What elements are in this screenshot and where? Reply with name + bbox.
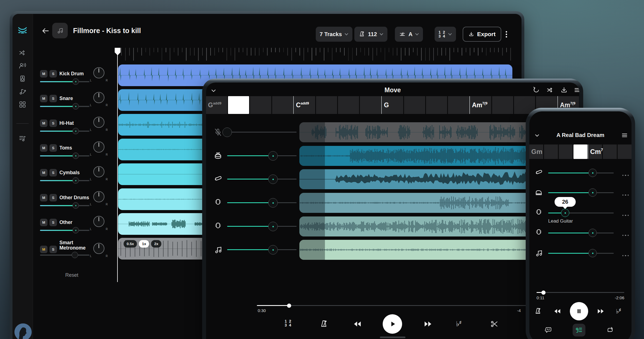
track-options-button[interactable] xyxy=(622,192,630,197)
progress-knob[interactable] xyxy=(542,290,546,295)
mute-button[interactable]: M xyxy=(40,219,47,226)
volume-knob[interactable] xyxy=(268,151,278,161)
volume-knob[interactable] xyxy=(72,153,79,159)
chord-cell[interactable] xyxy=(559,144,573,159)
volume-knob[interactable] xyxy=(268,222,278,231)
volume-slider[interactable] xyxy=(40,81,89,82)
volume-slider[interactable] xyxy=(227,249,297,250)
chord-cell[interactable] xyxy=(492,96,513,114)
volume-slider[interactable] xyxy=(40,106,89,107)
mute-button[interactable]: M xyxy=(40,95,47,102)
volume-slider[interactable] xyxy=(548,173,614,173)
volume-slider[interactable] xyxy=(548,253,614,254)
chord-cell[interactable]: Gadd9 xyxy=(206,96,227,114)
menu-button[interactable] xyxy=(573,86,579,94)
volume-knob[interactable] xyxy=(72,227,79,233)
volume-slider[interactable] xyxy=(548,233,614,233)
chord-cell[interactable]: Gm xyxy=(529,144,543,159)
pan-knob[interactable] xyxy=(93,117,104,128)
volume-knob[interactable] xyxy=(222,128,232,137)
chord-cell[interactable] xyxy=(448,96,469,114)
solo-button[interactable]: S xyxy=(49,169,57,176)
chord-cell[interactable] xyxy=(228,96,249,114)
volume-knob[interactable] xyxy=(268,198,278,208)
volume-slider[interactable] xyxy=(548,213,614,213)
chord-cell[interactable] xyxy=(338,96,359,114)
timesig-button[interactable]: 1 23 4 xyxy=(285,319,292,327)
solo-button[interactable]: S xyxy=(49,246,57,253)
mute-button[interactable]: M xyxy=(40,144,47,152)
track-options-button[interactable] xyxy=(622,252,630,257)
volume-knob[interactable] xyxy=(588,188,597,197)
pan-knob[interactable] xyxy=(93,67,104,78)
chord-cell[interactable] xyxy=(316,96,337,114)
volume-knob[interactable] xyxy=(72,202,79,209)
mute-button[interactable]: M xyxy=(40,194,47,201)
volume-slider[interactable] xyxy=(227,155,297,156)
volume-knob[interactable] xyxy=(588,169,597,177)
mute-button[interactable]: M xyxy=(40,119,47,127)
forward-button[interactable] xyxy=(597,307,605,315)
volume-slider[interactable] xyxy=(40,205,89,206)
chord-cell[interactable] xyxy=(404,96,425,114)
progress-knob[interactable] xyxy=(287,303,291,308)
chord-cell[interactable]: Cadd9 xyxy=(294,96,315,114)
track-options-button[interactable] xyxy=(622,232,630,237)
solo-button[interactable]: S xyxy=(49,219,57,226)
play-button[interactable] xyxy=(383,314,402,334)
chord-cell[interactable] xyxy=(360,96,381,114)
volume-slider[interactable] xyxy=(227,226,297,227)
mute-button[interactable]: M xyxy=(40,70,47,78)
volume-knob[interactable] xyxy=(268,175,278,184)
track-options-button[interactable] xyxy=(622,172,630,177)
volume-knob[interactable] xyxy=(561,209,569,217)
volume-knob[interactable] xyxy=(72,78,79,85)
split-button[interactable] xyxy=(546,86,554,94)
metronome-button[interactable] xyxy=(534,307,542,315)
rewind-button[interactable] xyxy=(553,307,562,315)
menu-button[interactable] xyxy=(621,132,628,139)
pan-knob[interactable] xyxy=(93,166,104,177)
metronome-button[interactable] xyxy=(319,319,329,329)
timeline-ruler[interactable] xyxy=(12,14,522,64)
chords-tab-button[interactable] xyxy=(573,324,585,336)
rewind-button[interactable] xyxy=(353,320,362,328)
pan-knob[interactable] xyxy=(93,191,104,202)
solo-button[interactable]: S xyxy=(49,194,57,201)
chord-cell[interactable] xyxy=(426,96,447,114)
volume-knob[interactable] xyxy=(588,249,597,257)
volume-knob[interactable] xyxy=(588,229,597,237)
pan-knob[interactable] xyxy=(93,92,104,103)
volume-slider[interactable] xyxy=(40,230,89,231)
chord-cell[interactable]: G xyxy=(382,96,403,114)
speed-chip-2x[interactable]: 2x xyxy=(151,240,161,248)
mute-button[interactable]: M xyxy=(40,169,47,176)
mute-button[interactable]: M xyxy=(40,246,47,253)
volume-knob[interactable] xyxy=(72,252,78,258)
chord-cell[interactable] xyxy=(573,144,587,159)
volume-slider[interactable] xyxy=(227,202,297,203)
speed-chip-1x[interactable]: 1x xyxy=(139,240,149,248)
speed-chip-0.5x[interactable]: 0.5x xyxy=(124,240,137,248)
pan-knob[interactable] xyxy=(93,141,104,153)
chord-cell[interactable] xyxy=(544,144,558,159)
volume-knob[interactable] xyxy=(72,128,79,134)
pitch-button[interactable]: ♭♯ xyxy=(456,320,461,328)
volume-slider[interactable] xyxy=(227,179,297,180)
solo-button[interactable]: S xyxy=(49,70,57,78)
download-button[interactable] xyxy=(560,86,568,94)
undo-button[interactable] xyxy=(532,86,540,94)
volume-knob[interactable] xyxy=(72,177,79,184)
volume-slider[interactable] xyxy=(40,155,89,156)
solo-button[interactable]: S xyxy=(49,144,57,152)
volume-knob[interactable] xyxy=(72,103,79,109)
solo-button[interactable]: S xyxy=(49,95,57,102)
lyrics-button[interactable] xyxy=(545,326,552,334)
loop-button[interactable] xyxy=(606,326,614,334)
volume-slider[interactable] xyxy=(40,180,89,181)
volume-slider[interactable] xyxy=(548,192,614,193)
chord-cell[interactable] xyxy=(618,144,632,159)
chord-cell[interactable] xyxy=(250,96,271,114)
pause-button[interactable] xyxy=(570,302,588,320)
pan-knob[interactable] xyxy=(93,243,104,254)
